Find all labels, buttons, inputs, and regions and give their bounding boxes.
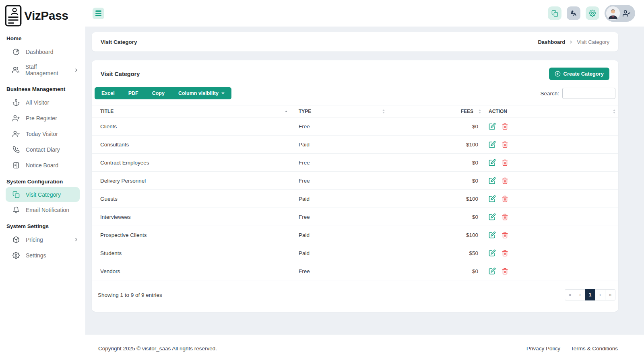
user-check-icon: [12, 130, 20, 138]
trash-icon: [502, 159, 508, 166]
gear-icon: [12, 251, 20, 259]
delete-button[interactable]: [502, 177, 508, 184]
edit-icon: [489, 123, 496, 130]
sidebar-item-label: Dashboard: [26, 49, 54, 55]
copyright-text: Copyright 2025 © visitor_saas All rights…: [98, 346, 217, 352]
sidebar-item-dashboard[interactable]: Dashboard: [0, 44, 85, 60]
sidebar-item-visit-category[interactable]: Visit Category: [6, 187, 80, 202]
sort-asc-icon: [285, 111, 287, 112]
edit-button[interactable]: [489, 123, 496, 130]
pagination-last-button[interactable]: »: [605, 289, 615, 300]
delete-button[interactable]: [502, 141, 508, 148]
sort-icon: [613, 109, 615, 113]
column-header-action[interactable]: ACTION: [484, 105, 618, 117]
edit-button[interactable]: [489, 213, 496, 220]
delete-button[interactable]: [502, 232, 508, 239]
sidebar-item-notice-board[interactable]: Notice Board: [0, 157, 85, 173]
edit-button[interactable]: [489, 231, 496, 239]
sidebar-item-pricing[interactable]: Pricing: [0, 232, 85, 247]
column-header-fees[interactable]: FEES: [388, 105, 484, 117]
table-row: Consultants Paid $100: [92, 136, 618, 154]
edit-button[interactable]: [489, 249, 496, 257]
export-pdf-button[interactable]: PDF: [122, 87, 145, 99]
cell-title: Vendors: [92, 262, 290, 280]
sidebar-item-staff-management[interactable]: Staff Management: [0, 60, 85, 80]
chevron-right-icon: [74, 237, 79, 242]
cell-fees: $0: [388, 117, 484, 136]
edit-icon: [489, 159, 496, 166]
cell-action: [484, 136, 618, 154]
sidebar-item-contact-diary[interactable]: Contact Diary: [0, 142, 85, 157]
edit-button[interactable]: [489, 267, 496, 275]
cell-title: Clients: [92, 117, 290, 136]
cell-title: Prospective Clients: [92, 226, 290, 244]
edit-button[interactable]: [489, 195, 496, 202]
edit-button[interactable]: [489, 177, 496, 184]
delete-button[interactable]: [502, 123, 508, 130]
table-header-row: TITLE TYPE FEES: [92, 105, 618, 117]
column-visibility-button[interactable]: Column visibility: [171, 87, 231, 99]
trash-icon: [502, 268, 508, 275]
cell-action: [484, 190, 618, 208]
delete-button[interactable]: [502, 268, 508, 275]
cell-fees: $100: [388, 190, 484, 208]
user-menu[interactable]: [605, 5, 635, 22]
export-copy-button[interactable]: Copy: [145, 87, 171, 99]
clipboard-copy-button[interactable]: [548, 6, 561, 20]
pagination-first-button[interactable]: «: [565, 289, 575, 300]
cell-fees: $50: [388, 244, 484, 262]
edit-button[interactable]: [489, 159, 496, 166]
breadcrumb-dashboard-link[interactable]: Dashboard: [538, 39, 565, 45]
sidebar-item-pre-register[interactable]: Pre Register: [0, 110, 85, 126]
pagination-page-1-button[interactable]: 1: [585, 289, 595, 300]
sidebar-item-all-visitor[interactable]: All Visitor: [0, 95, 85, 110]
terms-conditions-link[interactable]: Terms & Conditions: [571, 346, 618, 352]
avatar: [606, 6, 620, 20]
sidebar-item-email-notification[interactable]: Email Notification: [0, 202, 85, 218]
cell-action: [484, 117, 618, 136]
delete-button[interactable]: [502, 214, 508, 220]
table-row: Prospective Clients Paid $100: [92, 226, 618, 244]
edit-icon: [489, 231, 496, 239]
cell-title: Contract Employees: [92, 154, 290, 172]
delete-button[interactable]: [502, 195, 508, 202]
trash-icon: [502, 195, 508, 202]
cell-action: [484, 262, 618, 280]
export-excel-button[interactable]: Excel: [95, 87, 122, 99]
table-row: Delivery Personnel Free $0: [92, 172, 618, 190]
create-category-button[interactable]: Create Category: [549, 68, 609, 80]
cell-type: Paid: [290, 190, 388, 208]
edit-button[interactable]: [489, 141, 496, 148]
cell-type: Paid: [290, 136, 388, 154]
language-button[interactable]: [567, 6, 580, 20]
table-row: Contract Employees Free $0: [92, 154, 618, 172]
delete-button[interactable]: [502, 159, 508, 166]
cell-fees: $0: [388, 262, 484, 280]
page-content: Visit Category Dashboard Visit Category …: [85, 27, 644, 335]
export-button-group: Excel PDF Copy Column visibility: [95, 87, 231, 99]
sidebar-item-settings[interactable]: Settings: [0, 247, 85, 263]
privacy-policy-link[interactable]: Privacy Policy: [526, 346, 560, 352]
sidebar-item-today-visitor[interactable]: Today Visitor: [0, 126, 85, 142]
package-icon: [12, 236, 20, 243]
table-toolbar: Excel PDF Copy Column visibility Search:: [92, 87, 618, 99]
column-header-type[interactable]: TYPE: [290, 105, 388, 117]
translate-icon: [570, 10, 577, 17]
visit-category-card: Visit Category Create Category Excel PDF…: [92, 60, 618, 312]
brand-logo[interactable]: VizPass: [0, 0, 85, 30]
column-visibility-label: Column visibility: [178, 90, 219, 96]
column-header-title[interactable]: TITLE: [92, 105, 290, 117]
dashboard-icon: [12, 48, 20, 56]
column-label: ACTION: [489, 109, 507, 114]
search-label: Search:: [540, 90, 559, 97]
menu-toggle-button[interactable]: [93, 8, 104, 19]
search-input[interactable]: [562, 88, 615, 99]
delete-button[interactable]: [502, 250, 508, 257]
settings-button[interactable]: [586, 6, 599, 20]
nav-section-system-config: System Configuration: [0, 173, 85, 187]
sidebar-item-label: Visit Category: [26, 191, 61, 198]
card-title: Visit Category: [101, 71, 140, 77]
pagination-previous-button[interactable]: ‹: [575, 289, 585, 300]
edit-icon: [489, 141, 496, 148]
pagination-next-button[interactable]: ›: [595, 289, 605, 300]
